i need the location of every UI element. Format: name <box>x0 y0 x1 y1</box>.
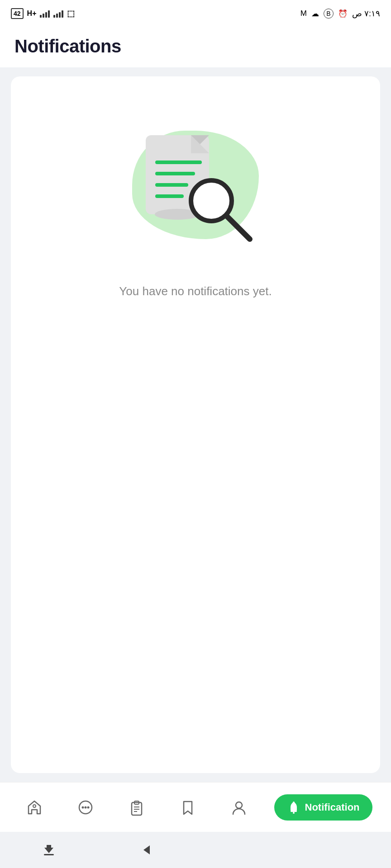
svg-point-11 <box>85 806 87 808</box>
bottom-navigation: Notification <box>0 782 391 832</box>
battery-icon: 42 <box>11 8 24 19</box>
nav-item-notification-active[interactable]: Notification <box>274 794 372 821</box>
svg-point-12 <box>87 806 90 808</box>
cloud-icon: ☁ <box>311 9 319 19</box>
svg-marker-24 <box>143 845 150 854</box>
svg-point-20 <box>293 812 295 814</box>
chat-icon <box>77 799 94 816</box>
profile-icon <box>230 799 248 816</box>
bookmark-icon <box>179 799 196 816</box>
page-header: Notifications <box>0 27 391 67</box>
signal-bars-2 <box>53 9 63 18</box>
main-content: You have no notifications yet. <box>0 67 391 782</box>
notifications-card: You have no notifications yet. <box>11 76 380 773</box>
back-icon <box>140 843 153 857</box>
svg-point-18 <box>236 802 242 808</box>
svg-point-8 <box>33 805 36 807</box>
status-bar: 42 H+ ⬚ M ☁ B ⏰ ٧:١٩ ص <box>0 0 391 27</box>
svg-rect-19 <box>291 811 297 812</box>
home-icon <box>26 799 43 816</box>
download-icon <box>42 843 56 857</box>
page-title: Notifications <box>14 36 377 57</box>
nav-item-profile[interactable] <box>223 794 255 821</box>
nav-item-clipboard[interactable] <box>121 794 153 821</box>
svg-point-21 <box>293 802 295 803</box>
svg-point-10 <box>82 806 84 808</box>
android-back-btn[interactable] <box>133 836 160 863</box>
b-icon: B <box>324 9 334 19</box>
alarm-icon: ⏰ <box>338 9 348 19</box>
magnifier-icon <box>186 176 254 244</box>
clipboard-icon <box>128 799 145 816</box>
signal-bars-1 <box>40 9 50 18</box>
status-time: ٧:١٩ ص <box>352 9 380 19</box>
screen-record-icon: ⬚ <box>67 9 75 19</box>
gmail-icon: M <box>300 9 307 18</box>
status-left: 42 H+ ⬚ <box>11 8 75 19</box>
empty-state-illustration <box>123 113 268 257</box>
nav-item-bookmark[interactable] <box>172 794 204 821</box>
android-home-btn[interactable] <box>231 836 258 863</box>
svg-line-7 <box>226 216 250 239</box>
status-right: M ☁ B ⏰ ٧:١٩ ص <box>300 9 380 19</box>
bell-icon <box>287 801 300 814</box>
android-download-btn[interactable] <box>35 836 62 863</box>
svg-marker-22 <box>44 845 53 853</box>
android-navigation-bar <box>0 832 391 868</box>
android-recents-btn[interactable] <box>329 836 356 863</box>
nav-item-chat[interactable] <box>70 794 101 821</box>
svg-rect-23 <box>44 854 54 855</box>
network-type-icon: H+ <box>27 9 37 18</box>
nav-item-home[interactable] <box>19 794 50 821</box>
notification-nav-label: Notification <box>305 802 360 813</box>
empty-state-message: You have no notifications yet. <box>101 284 290 298</box>
